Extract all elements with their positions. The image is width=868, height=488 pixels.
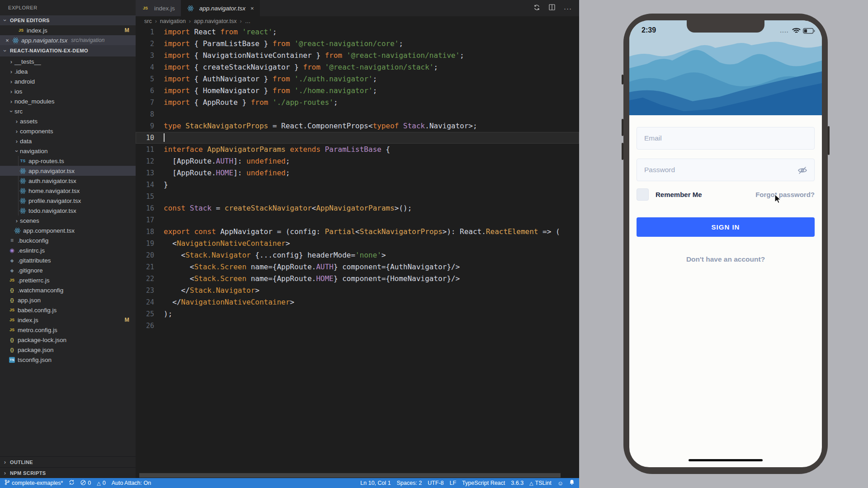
file-profile.navigator.tsx[interactable]: profile.navigator.tsx [0, 196, 136, 206]
file-babel.config.js[interactable]: JSbabel.config.js [0, 305, 136, 315]
code-line-8[interactable]: 8 [136, 108, 579, 120]
close-icon[interactable]: × [250, 5, 254, 12]
file-tsconfig.json[interactable]: TStsconfig.json [0, 355, 136, 365]
status-left-complete-exmaples-[interactable]: complete-exmaples* [5, 479, 63, 487]
file-todo.navigator.tsx[interactable]: todo.navigator.tsx [0, 206, 136, 216]
folder-components[interactable]: ›components [0, 126, 136, 136]
code-line-2[interactable]: 2import { ParamListBase } from '@react-n… [136, 38, 579, 50]
file-package.json[interactable]: {}package.json [0, 345, 136, 355]
status-right-tslint[interactable]: △TSLint [529, 480, 552, 486]
file-.watchmanconfig[interactable]: {}.watchmanconfig [0, 285, 136, 295]
password-field[interactable]: Password [637, 159, 815, 181]
breadcrumb-item[interactable]: navigation [160, 18, 186, 24]
code-line-10[interactable]: 10 [136, 132, 579, 144]
remember-me-checkbox[interactable] [637, 188, 649, 201]
status-right-lf[interactable]: LF [450, 480, 457, 486]
file-index.js[interactable]: JSindex.jsM [0, 315, 136, 325]
code-line-9[interactable]: 9type StackNavigatorProps = React.Compon… [136, 120, 579, 132]
breadcrumb-item[interactable]: src [144, 18, 152, 24]
forgot-password-link[interactable]: Forgot password? [755, 191, 815, 198]
home-indicator[interactable] [689, 459, 763, 461]
email-field[interactable]: Email [637, 127, 815, 150]
breadcrumb[interactable]: src›navigation›app.navigator.tsx›… [136, 16, 579, 26]
eye-off-icon[interactable] [797, 165, 808, 178]
file-metro.config.js[interactable]: JSmetro.config.js [0, 325, 136, 335]
code-line-26[interactable]: 26 [136, 320, 579, 332]
code-line-15[interactable]: 15 [136, 191, 579, 202]
folder-android[interactable]: ›android [0, 76, 136, 86]
status-right-bell[interactable] [569, 479, 575, 487]
code-line-21[interactable]: 21 <Stack.Screen name={AppRoute.AUTH} co… [136, 261, 579, 273]
code-line-4[interactable]: 4import { createStackNavigator } from '@… [136, 61, 579, 73]
folder-node_modules[interactable]: ›node_modules [0, 96, 136, 106]
breadcrumb-item[interactable]: … [245, 18, 251, 24]
file-app-routes.ts[interactable]: TSapp-routes.ts [0, 156, 136, 166]
status-left-0[interactable]: 0 [80, 480, 91, 487]
code-line-13[interactable]: 13 [AppRoute.HOME]: undefined; [136, 167, 579, 179]
code-line-25[interactable]: 25); [136, 308, 579, 320]
code-line-19[interactable]: 19 <NavigationNativeContainer> [136, 238, 579, 249]
status-right-ln-10-col-1[interactable]: Ln 10, Col 1 [360, 480, 391, 486]
status-left-sync[interactable] [69, 479, 75, 487]
code-line-11[interactable]: 11interface AppNavigatorParams extends P… [136, 144, 579, 155]
split-editor-icon[interactable] [549, 4, 555, 12]
open-editors-header[interactable]: › OPEN EDITORS [0, 15, 136, 25]
status-right-3-6-3[interactable]: 3.6.3 [511, 480, 524, 486]
close-icon[interactable]: × [3, 37, 12, 44]
open-editor-app.navigator.tsx[interactable]: ×app.navigator.tsxsrc/navigation [0, 35, 136, 45]
code-line-3[interactable]: 3import { NavigationNativeContainer } fr… [136, 50, 579, 61]
code-line-14[interactable]: 14} [136, 179, 579, 191]
folder-ios[interactable]: ›ios [0, 86, 136, 96]
file-.eslintrc.js[interactable]: ◉.eslintrc.js [0, 245, 136, 255]
folder-data[interactable]: ›data [0, 136, 136, 146]
folder-scenes[interactable]: ›scenes [0, 216, 136, 225]
no-account-link[interactable]: Don't have an account? [629, 255, 822, 263]
file-home.navigator.tsx[interactable]: home.navigator.tsx [0, 186, 136, 196]
status-right-spaces-2[interactable]: Spaces: 2 [397, 480, 422, 486]
file-package-lock.json[interactable]: {}package-lock.json [0, 335, 136, 345]
folder-.idea[interactable]: ›.idea [0, 66, 136, 76]
status-right-smiley[interactable]: ☺ [557, 480, 563, 487]
code-line-22[interactable]: 22 <Stack.Screen name={AppRoute.HOME} co… [136, 273, 579, 285]
project-header[interactable]: › REACT-NAVIGATION-EX-DEMO [0, 45, 136, 56]
npm-scripts-section-header[interactable]: › NPM SCRIPTS [0, 467, 136, 478]
sign-in-button[interactable]: SIGN IN [637, 217, 815, 237]
open-changes-icon[interactable] [533, 4, 540, 13]
file-.prettierrc.js[interactable]: JS.prettierrc.js [0, 275, 136, 285]
file-.buckconfig[interactable]: ≡.buckconfig [0, 235, 136, 245]
status-right-typescript-react[interactable]: TypeScript React [462, 480, 505, 486]
open-editor-index.js[interactable]: JSindex.jsM [0, 25, 136, 35]
tab-index.js[interactable]: JSindex.js [136, 0, 181, 16]
status-left-0[interactable]: △0 [97, 480, 105, 486]
code-line-16[interactable]: 16const Stack = createStackNavigator<App… [136, 202, 579, 214]
tab-app.navigator.tsx[interactable]: app.navigator.tsx× [181, 0, 260, 16]
code-line-18[interactable]: 18export const AppNavigator = (config: P… [136, 226, 579, 238]
horizontal-scrollbar[interactable] [136, 473, 579, 478]
code-line-12[interactable]: 12 [AppRoute.AUTH]: undefined; [136, 155, 579, 167]
file-.gitignore[interactable]: ◆.gitignore [0, 265, 136, 275]
code-line-20[interactable]: 20 <Stack.Navigator {...config} headerMo… [136, 249, 579, 261]
code-line-7[interactable]: 7import { AppRoute } from './app-routes'… [136, 97, 579, 108]
outline-section-header[interactable]: › OUTLINE [0, 456, 136, 467]
folder-assets[interactable]: ›assets [0, 116, 136, 126]
status-left-auto-attach-on[interactable]: Auto Attach: On [112, 480, 151, 486]
file-app.component.tsx[interactable]: app.component.tsx [0, 225, 136, 235]
code-line-5[interactable]: 5import { AuthNavigator } from './auth.n… [136, 73, 579, 85]
file-.gitattributes[interactable]: ◆.gitattributes [0, 255, 136, 265]
status-right-utf-8[interactable]: UTF-8 [428, 480, 443, 486]
file-app.navigator.tsx[interactable]: app.navigator.tsx [0, 166, 136, 176]
code-line-6[interactable]: 6import { HomeNavigator } from './home.n… [136, 85, 579, 97]
code-editor[interactable]: 1import React from 'react';2import { Par… [136, 26, 579, 478]
code-line-1[interactable]: 1import React from 'react'; [136, 26, 579, 38]
file-app.json[interactable]: {}app.json [0, 295, 136, 305]
folder-navigation[interactable]: ›navigation [0, 146, 136, 156]
folder-src[interactable]: ›src [0, 106, 136, 116]
more-actions-icon[interactable]: ··· [564, 5, 572, 12]
breadcrumb-item[interactable]: app.navigator.tsx [194, 18, 237, 24]
line-number: 25 [136, 308, 164, 320]
code-line-24[interactable]: 24 </NavigationNativeContainer> [136, 296, 579, 308]
code-line-23[interactable]: 23 </Stack.Navigator> [136, 285, 579, 296]
folder-__tests__[interactable]: ›__tests__ [0, 56, 136, 66]
code-line-17[interactable]: 17 [136, 214, 579, 226]
file-auth.navigator.tsx[interactable]: auth.navigator.tsx [0, 176, 136, 186]
